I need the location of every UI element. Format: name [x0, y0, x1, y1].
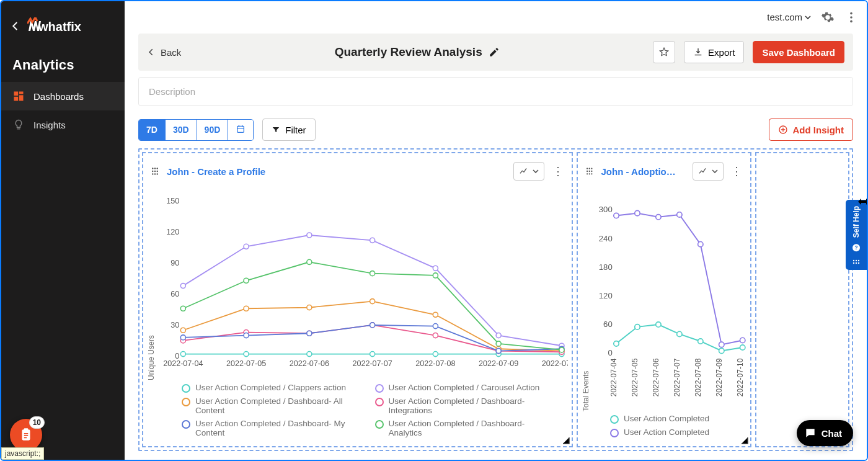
svg-point-35	[244, 352, 249, 357]
plus-circle-icon	[778, 125, 788, 135]
back-button[interactable]: Back	[147, 47, 181, 58]
export-button[interactable]: Export	[684, 41, 744, 63]
svg-point-14	[157, 168, 158, 169]
legend-item[interactable]: User Action Completed / Dashboard- My Co…	[182, 419, 360, 437]
svg-point-106	[635, 210, 640, 215]
whatfix-logo[interactable]: whatfix	[27, 17, 95, 35]
add-insight-label: Add Insight	[793, 125, 844, 135]
svg-text:30: 30	[170, 321, 179, 329]
favorite-button[interactable]	[653, 41, 675, 63]
svg-point-100	[656, 322, 661, 327]
add-insight-button[interactable]: Add Insight	[769, 119, 854, 141]
svg-text:2022-07-10: 2022-07-10	[542, 359, 568, 368]
account-domain-dropdown[interactable]: test.com	[767, 12, 811, 22]
card-more-menu[interactable]: ⋮	[551, 164, 565, 178]
chart-1-legend: User Action Completed / Clappers actionU…	[147, 380, 568, 442]
chart-type-dropdown[interactable]	[693, 162, 724, 181]
filter-icon	[272, 125, 280, 134]
svg-point-104	[740, 345, 745, 350]
range-custom[interactable]	[228, 120, 253, 140]
range-30d[interactable]: 30D	[166, 120, 197, 140]
svg-text:?: ?	[854, 246, 857, 251]
download-icon	[693, 47, 703, 57]
svg-rect-4	[14, 97, 19, 101]
svg-text:2022-07-10: 2022-07-10	[736, 358, 745, 396]
chat-label: Chat	[822, 428, 842, 439]
status-tooltip: javascript:;	[1, 447, 44, 460]
svg-point-51	[370, 299, 375, 304]
back-chevron-icon[interactable]	[10, 20, 21, 32]
range-90d[interactable]: 90D	[197, 120, 229, 140]
svg-text:whatfix: whatfix	[38, 20, 81, 34]
svg-text:120: 120	[166, 228, 179, 236]
svg-point-50	[307, 305, 312, 310]
legend-item[interactable]: User Action Completed	[610, 427, 732, 437]
main-area: test.com Back Quarterly Review Analysis	[125, 1, 867, 460]
svg-text:2022-07-04: 2022-07-04	[609, 358, 618, 396]
svg-point-38	[433, 352, 438, 357]
svg-text:180: 180	[599, 262, 613, 272]
insights-icon	[12, 119, 25, 131]
dashboard-title: Quarterly Review Analysis	[190, 45, 644, 59]
svg-point-70	[244, 278, 249, 283]
calendar-icon	[236, 124, 246, 134]
legend-item[interactable]: User Action Completed / Carousel Action	[375, 383, 554, 393]
legend-item[interactable]: User Action Completed / Dashboard- Analy…	[375, 419, 554, 437]
svg-text:2022-07-05: 2022-07-05	[226, 359, 266, 368]
svg-point-73	[433, 273, 438, 278]
card-more-menu[interactable]: ⋮	[730, 164, 744, 178]
svg-point-80	[589, 171, 590, 172]
chat-button[interactable]: Chat	[797, 420, 853, 446]
card-title[interactable]: John - Adoption ...	[601, 166, 680, 177]
svg-rect-2	[19, 92, 24, 94]
svg-rect-5	[22, 429, 30, 440]
svg-point-119	[858, 262, 859, 264]
drag-handle-icon[interactable]	[584, 166, 595, 177]
svg-text:2022-07-06: 2022-07-06	[652, 358, 660, 396]
legend-item[interactable]: User Action Completed / Clappers action	[182, 383, 360, 393]
sidebar-item-dashboards[interactable]: Dashboards	[1, 82, 125, 110]
gear-icon[interactable]	[821, 11, 835, 24]
svg-point-109	[698, 241, 703, 246]
svg-point-79	[587, 171, 588, 172]
svg-point-12	[152, 168, 153, 169]
legend-item[interactable]: User Action Completed / Dashboard- Integ…	[375, 396, 554, 415]
more-vert-icon[interactable]	[844, 11, 858, 24]
svg-text:2022-07-07: 2022-07-07	[673, 358, 681, 396]
back-label: Back	[161, 47, 181, 58]
chart-2-legend: User Action CompletedUser Action Complet…	[582, 411, 746, 442]
svg-point-98	[614, 341, 619, 346]
sidebar-item-insights[interactable]: Insights	[1, 110, 125, 139]
svg-text:300: 300	[599, 205, 613, 214]
line-chart-icon	[519, 166, 529, 176]
card-title[interactable]: John - Create a Profile	[167, 166, 265, 177]
chart-2: 0601201802403002022-07-042022-07-052022-…	[590, 184, 746, 411]
svg-point-45	[433, 266, 438, 271]
svg-point-59	[433, 333, 438, 338]
dashboard-title-text: Quarterly Review Analysis	[335, 45, 482, 59]
save-dashboard-button[interactable]: Save Dashboard	[753, 41, 844, 63]
self-help-tab[interactable]: Self Help ?	[846, 200, 867, 270]
chart-type-dropdown[interactable]	[513, 162, 544, 181]
resize-handle-icon[interactable]	[740, 436, 749, 445]
svg-point-62	[180, 335, 185, 340]
svg-text:150: 150	[166, 197, 179, 205]
svg-point-20	[157, 173, 158, 174]
clipboard-badge[interactable]: 10	[10, 419, 42, 451]
range-7d[interactable]: 7D	[139, 120, 166, 140]
resize-handle-icon[interactable]	[562, 436, 570, 445]
edit-title-icon[interactable]	[489, 47, 500, 58]
svg-text:60: 60	[603, 320, 613, 329]
description-input[interactable]: Description	[138, 77, 853, 106]
svg-text:60: 60	[170, 290, 179, 298]
save-dashboard-label: Save Dashboard	[762, 47, 835, 58]
legend-item[interactable]: User Action Completed	[610, 414, 732, 424]
filter-button[interactable]: Filter	[262, 119, 315, 141]
legend-item[interactable]: User Action Completed / Dashboard- All C…	[182, 396, 360, 415]
svg-point-69	[180, 306, 185, 311]
empty-drop-slot[interactable]	[755, 152, 849, 447]
svg-point-65	[370, 323, 375, 328]
svg-point-81	[591, 171, 592, 172]
drag-handle-icon[interactable]	[149, 166, 161, 177]
svg-point-82	[587, 173, 588, 174]
